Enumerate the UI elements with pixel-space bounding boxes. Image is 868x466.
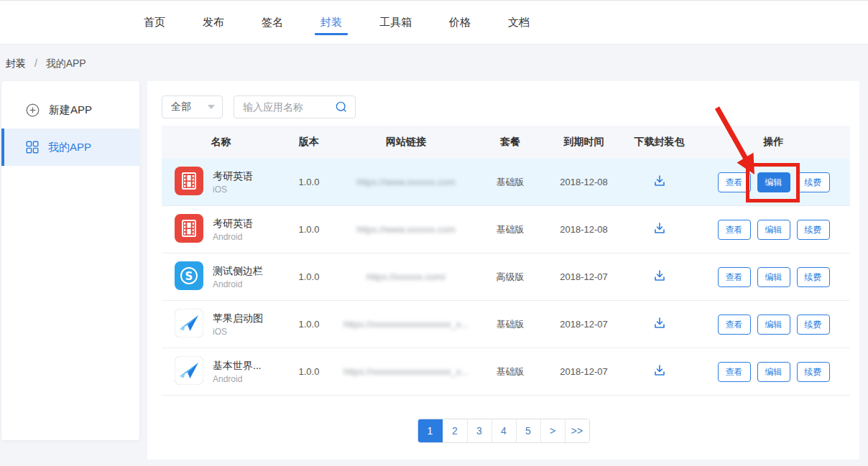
version-cell: 1.0.0 xyxy=(280,319,338,330)
type-filter-dropdown[interactable]: 全部 xyxy=(162,95,223,118)
download-icon[interactable] xyxy=(651,267,668,286)
app-name-block: 考研英语iOS xyxy=(213,170,253,195)
breadcrumb-current: 我的APP xyxy=(46,57,86,69)
nav-item-4[interactable]: 封装 xyxy=(319,1,343,44)
nav-items: 首页发布签名封装工具箱价格文档 xyxy=(142,1,531,44)
breadcrumb-separator: / xyxy=(34,57,37,69)
edit-button[interactable]: 编辑 xyxy=(757,267,790,287)
download-icon[interactable] xyxy=(651,172,668,192)
breadcrumb-section[interactable]: 封装 xyxy=(6,57,26,69)
table-row: S测试侧边栏Android1.0.0https://xxxxxx.com/高级版… xyxy=(162,253,850,301)
download-cell xyxy=(622,172,697,192)
view-button[interactable]: 查看 xyxy=(718,220,751,240)
version-cell: 1.0.0 xyxy=(280,271,338,282)
sidebar-item-label: 新建APP xyxy=(49,103,92,117)
column-header: 版本 xyxy=(280,136,338,149)
edit-button[interactable]: 编辑 xyxy=(757,172,790,192)
renew-button[interactable]: 续费 xyxy=(797,314,830,335)
plane-app-icon xyxy=(175,309,203,340)
website-link-cell: https://xxxxxxxxxxxxxxxxx_x... xyxy=(338,319,474,330)
page-button-5[interactable]: 5 xyxy=(516,419,540,442)
sidebar-item-label: 我的APP xyxy=(48,141,91,154)
renew-button[interactable]: 续费 xyxy=(797,267,830,287)
plus-circle-icon xyxy=(26,103,40,117)
website-link-cell: https://xxxxxx.com/ xyxy=(338,271,474,282)
view-button[interactable]: 查看 xyxy=(718,362,751,382)
redacted-link-text: https://xxxxxxxxxxxxxxxxx_x... xyxy=(343,319,468,330)
pagination: 12345>>> xyxy=(147,419,859,443)
nav-item-2[interactable]: 发布 xyxy=(201,1,226,44)
expiry-date-cell: 2018-12-07 xyxy=(546,366,622,377)
actions-cell: 查看编辑续费 xyxy=(697,267,850,287)
view-button[interactable]: 查看 xyxy=(718,314,751,335)
last-page-button[interactable]: >> xyxy=(565,419,589,442)
download-cell xyxy=(622,220,697,239)
sidebar-item-new-app[interactable]: 新建APP xyxy=(1,91,139,129)
version-cell: 1.0.0 xyxy=(280,177,338,187)
app-name-block: 苹果启动图iOS xyxy=(213,312,263,337)
sidebar-item-my-app[interactable]: 我的APP xyxy=(1,129,139,166)
website-link-cell: https://www.xxxxxx.com xyxy=(338,177,474,187)
app-platform: Android xyxy=(213,232,253,242)
redacted-link-text: https://xxxxxx.com/ xyxy=(366,271,445,282)
app-name-cell: 苹果启动图iOS xyxy=(162,309,280,340)
column-header: 网站链接 xyxy=(338,136,474,149)
nav-item-5[interactable]: 工具箱 xyxy=(378,1,413,44)
view-button[interactable]: 查看 xyxy=(718,267,751,287)
app-name-cell: 基本世界...Android xyxy=(162,356,280,388)
page-button-2[interactable]: 2 xyxy=(443,419,467,442)
download-cell xyxy=(622,362,697,381)
page-button-3[interactable]: 3 xyxy=(467,419,491,442)
s-circle-app-icon: S xyxy=(175,261,203,293)
top-nav: 首页发布签名封装工具箱价格文档 xyxy=(0,0,868,45)
main-panel: 全部 名称版本网站链接套餐到期时间下载封装包操作 考研英语iOS1.0.0htt… xyxy=(147,81,859,460)
renew-button[interactable]: 续费 xyxy=(797,362,830,382)
search-icon[interactable] xyxy=(335,101,348,113)
download-icon[interactable] xyxy=(651,314,668,334)
download-icon[interactable] xyxy=(651,362,668,381)
redacted-link-text: https://xxxxxxxxxxxxxxxxx_x... xyxy=(343,366,468,377)
page-button-4[interactable]: 4 xyxy=(491,419,516,442)
edit-button[interactable]: 编辑 xyxy=(757,362,790,382)
download-icon[interactable] xyxy=(651,220,668,239)
app-name: 基本世界... xyxy=(213,360,262,373)
app-name: 测试侧边栏 xyxy=(213,265,263,278)
actions-cell: 查看编辑续费 xyxy=(697,172,850,192)
download-cell xyxy=(622,267,697,286)
app-name-cell: S测试侧边栏Android xyxy=(162,261,280,293)
app-name-cell: 考研英语Android xyxy=(162,214,280,246)
plan-cell: 高级版 xyxy=(474,271,546,284)
nav-item-3[interactable]: 签名 xyxy=(260,1,285,44)
website-link-cell: https://www.xxxxxx.com xyxy=(338,224,474,235)
plan-cell: 基础版 xyxy=(474,318,546,331)
column-header: 操作 xyxy=(697,136,850,149)
sidebar: 新建APP 我的APP xyxy=(1,81,139,440)
next-page-button[interactable]: > xyxy=(540,419,565,442)
nav-item-7[interactable]: 文档 xyxy=(507,1,531,44)
edit-button[interactable]: 编辑 xyxy=(757,220,790,240)
column-header: 到期时间 xyxy=(546,136,622,149)
table-row: 苹果启动图iOS1.0.0https://xxxxxxxxxxxxxxxxx_x… xyxy=(162,301,850,348)
nav-item-1[interactable]: 首页 xyxy=(142,1,167,44)
actions-cell: 查看编辑续费 xyxy=(697,314,850,335)
app-platform: iOS xyxy=(213,327,263,337)
film-app-icon xyxy=(175,167,203,198)
renew-button[interactable]: 续费 xyxy=(797,220,830,240)
edit-button[interactable]: 编辑 xyxy=(757,314,790,335)
breadcrumb: 封装 / 我的APP xyxy=(6,57,86,70)
app-name: 考研英语 xyxy=(213,218,253,230)
app-name: 考研英语 xyxy=(213,170,253,183)
search-input[interactable] xyxy=(234,101,335,113)
version-cell: 1.0.0 xyxy=(280,224,338,235)
expiry-date-cell: 2018-12-07 xyxy=(546,271,622,282)
nav-item-6[interactable]: 价格 xyxy=(448,1,472,44)
svg-text:S: S xyxy=(185,269,193,282)
view-button[interactable]: 查看 xyxy=(718,172,751,192)
grid-icon xyxy=(26,141,39,154)
renew-button[interactable]: 续费 xyxy=(797,172,830,192)
column-header: 名称 xyxy=(162,136,280,149)
expiry-date-cell: 2018-12-08 xyxy=(546,224,622,235)
chevron-down-icon xyxy=(208,105,215,109)
redacted-link-text: https://www.xxxxxx.com xyxy=(356,224,455,235)
page-button-1[interactable]: 1 xyxy=(418,419,443,442)
